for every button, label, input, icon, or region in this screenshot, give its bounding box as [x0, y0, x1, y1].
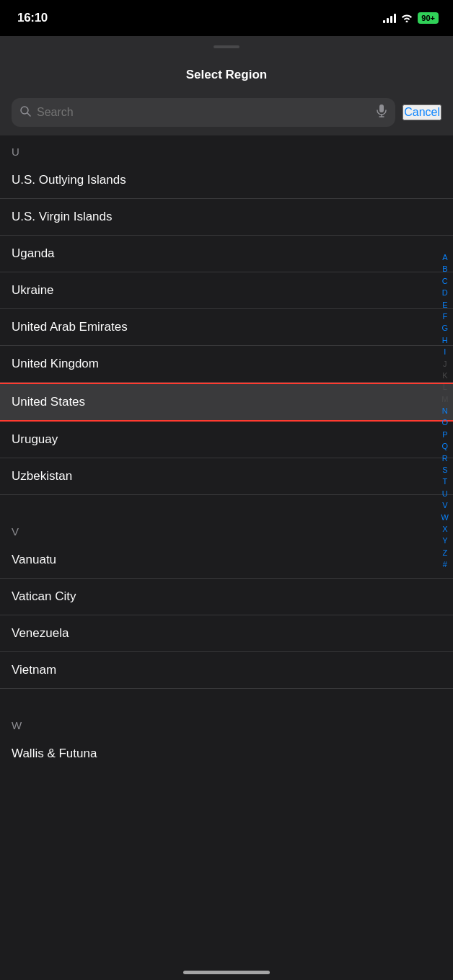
- list-item[interactable]: Uganda: [0, 236, 453, 272]
- sheet-handle: [0, 36, 453, 58]
- alpha-p[interactable]: P: [441, 429, 449, 440]
- title-bar: Select Region: [0, 58, 453, 92]
- alpha-h[interactable]: H: [441, 335, 449, 346]
- search-icon: [20, 106, 31, 119]
- alpha-r[interactable]: R: [441, 453, 449, 464]
- alpha-s[interactable]: S: [441, 465, 449, 476]
- alpha-u[interactable]: U: [441, 489, 449, 499]
- drag-handle: [214, 45, 239, 48]
- list-item[interactable]: Venezuela: [0, 615, 453, 652]
- list-item-uk[interactable]: United Kingdom: [0, 346, 453, 383]
- alpha-d[interactable]: D: [441, 288, 449, 298]
- list-item[interactable]: Uzbekistan: [0, 458, 453, 495]
- list-item-uae[interactable]: United Arab Emirates: [0, 309, 453, 346]
- section-header-v: V: [0, 515, 453, 542]
- alpha-q[interactable]: Q: [441, 441, 450, 452]
- page-title: Select Region: [186, 68, 267, 81]
- mic-icon[interactable]: [377, 104, 387, 120]
- list-item[interactable]: Vanuatu: [0, 542, 453, 579]
- signal-icon: [383, 13, 396, 23]
- list-item[interactable]: Uruguay: [0, 422, 453, 458]
- section-gap: [0, 495, 453, 515]
- section-gap: [0, 689, 453, 709]
- search-area: Cancel: [0, 92, 453, 135]
- cancel-button[interactable]: Cancel: [403, 104, 441, 120]
- alpha-l[interactable]: L: [441, 382, 449, 393]
- alpha-a[interactable]: A: [441, 252, 449, 263]
- search-field-container[interactable]: [12, 98, 395, 127]
- svg-rect-2: [379, 104, 384, 112]
- region-list: U U.S. Outlying Islands U.S. Virgin Isla…: [0, 135, 453, 772]
- alpha-n[interactable]: N: [441, 406, 449, 416]
- alpha-z[interactable]: Z: [441, 548, 449, 558]
- status-time: 16:10: [17, 11, 48, 25]
- list-item[interactable]: U.S. Virgin Islands: [0, 199, 453, 236]
- alpha-f[interactable]: F: [441, 311, 449, 322]
- alpha-hash[interactable]: #: [441, 559, 449, 570]
- list-item[interactable]: Vatican City: [0, 579, 453, 615]
- status-bar: 16:10 90+: [0, 0, 453, 36]
- alpha-v[interactable]: V: [441, 500, 449, 511]
- alpha-y[interactable]: Y: [441, 535, 449, 546]
- list-item[interactable]: U.S. Outlying Islands: [0, 162, 453, 199]
- alpha-w[interactable]: W: [440, 512, 450, 523]
- alpha-t[interactable]: T: [441, 476, 449, 487]
- status-icons: 90+: [383, 12, 439, 24]
- alpha-m[interactable]: M: [440, 394, 449, 405]
- alphabet-index: A B C D E F G H I J K L M N O P Q R S T …: [440, 252, 450, 571]
- svg-line-1: [27, 113, 30, 116]
- section-header-w: W: [0, 709, 453, 736]
- section-header-u: U: [0, 135, 453, 162]
- battery-icon: 90+: [418, 12, 439, 24]
- alpha-o[interactable]: O: [441, 417, 450, 428]
- list-item[interactable]: Vietnam: [0, 652, 453, 689]
- alpha-e[interactable]: E: [441, 300, 449, 311]
- list-item-us[interactable]: United States: [0, 383, 453, 422]
- alpha-i[interactable]: I: [442, 347, 447, 357]
- alpha-c[interactable]: C: [441, 276, 449, 287]
- wifi-icon: [400, 12, 413, 24]
- search-input[interactable]: [37, 106, 371, 119]
- alpha-x[interactable]: X: [441, 524, 449, 535]
- alpha-g[interactable]: G: [441, 323, 450, 334]
- list-item[interactable]: Ukraine: [0, 272, 453, 309]
- list-item[interactable]: Wallis & Futuna: [0, 736, 453, 772]
- alpha-j[interactable]: J: [441, 359, 449, 370]
- home-indicator: [183, 971, 270, 974]
- alpha-k[interactable]: K: [441, 370, 449, 381]
- alpha-b[interactable]: B: [441, 264, 449, 275]
